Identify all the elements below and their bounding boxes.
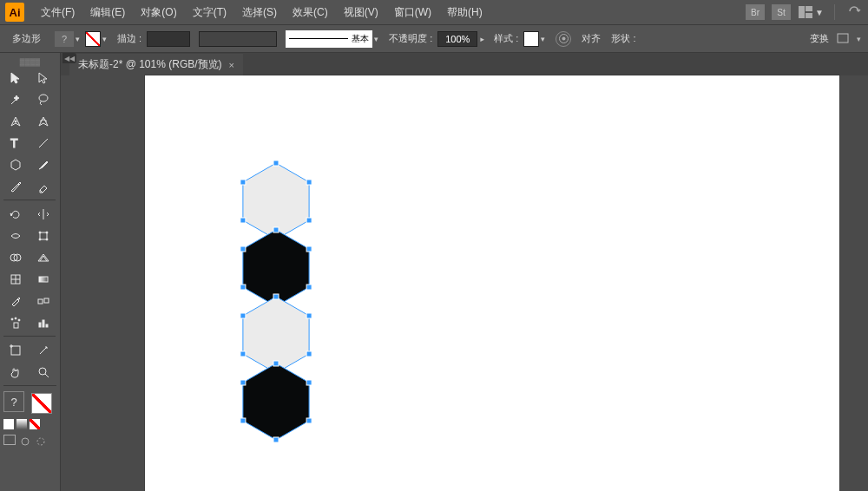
- graphic-style-swatch[interactable]: [523, 31, 539, 47]
- opacity-input[interactable]: 100%: [437, 31, 477, 47]
- selection-handle[interactable]: [306, 180, 312, 185]
- menu-effect[interactable]: 效果(C): [285, 5, 336, 20]
- eyedropper-tool[interactable]: [3, 291, 28, 311]
- bridge-icon[interactable]: Br: [746, 4, 765, 20]
- paintbrush-tool[interactable]: [31, 154, 56, 174]
- chevron-down-icon[interactable]: ▾: [541, 35, 545, 43]
- selection-handle[interactable]: [306, 218, 312, 223]
- selection-handle[interactable]: [273, 227, 279, 232]
- selection-handle[interactable]: [240, 180, 246, 185]
- isolate-icon[interactable]: [836, 32, 850, 46]
- shape-label[interactable]: 形状 :: [611, 32, 635, 45]
- selection-handle[interactable]: [306, 313, 312, 318]
- selection-handle[interactable]: [306, 380, 312, 385]
- menu-edit[interactable]: 编辑(E): [82, 5, 133, 20]
- selection-handle[interactable]: [240, 285, 246, 290]
- menu-help[interactable]: 帮助(H): [439, 5, 490, 20]
- width-tool[interactable]: [3, 226, 28, 245]
- svg-rect-5: [838, 34, 848, 43]
- slice-tool[interactable]: [31, 340, 56, 360]
- reflect-tool[interactable]: [31, 204, 56, 224]
- screen-mode-row: [3, 435, 56, 450]
- chevron-down-icon[interactable]: ▾: [102, 35, 107, 43]
- selection-handle[interactable]: [240, 313, 246, 318]
- selection-handle[interactable]: [240, 418, 246, 423]
- brush-definition-select[interactable]: 基本: [286, 30, 372, 48]
- selection-handle[interactable]: [273, 160, 279, 166]
- control-bar: 多边形 ? ▾ ▾ 描边 : 基本 ▾ 不透明度 : 100% ▾ 样式 : ▾…: [0, 24, 868, 53]
- chevron-right-icon[interactable]: ▾: [477, 36, 486, 41]
- rotate-tool[interactable]: [3, 204, 28, 224]
- column-graph-tool[interactable]: [31, 312, 56, 332]
- chevron-down-icon[interactable]: ▾: [857, 35, 861, 43]
- menu-object[interactable]: 对象(O): [133, 5, 184, 20]
- menu-type[interactable]: 文字(T): [185, 5, 234, 20]
- arrange-docs-icon[interactable]: ▼: [798, 5, 824, 19]
- shape-builder-tool[interactable]: [3, 247, 28, 267]
- transform-label[interactable]: 变换: [810, 32, 829, 45]
- fill-swatch[interactable]: ?: [55, 31, 74, 47]
- mesh-tool[interactable]: [3, 269, 28, 289]
- color-mode-gradient[interactable]: [16, 419, 27, 429]
- line-tool[interactable]: [31, 133, 56, 153]
- selection-handle[interactable]: [240, 351, 246, 357]
- chevron-down-icon[interactable]: ▾: [374, 35, 378, 43]
- stock-icon[interactable]: St: [772, 4, 791, 20]
- lasso-tool[interactable]: [31, 89, 56, 109]
- selection-handle[interactable]: [306, 246, 312, 252]
- direct-selection-tool[interactable]: [31, 68, 56, 88]
- magic-wand-tool[interactable]: [3, 89, 28, 109]
- color-mode-fill[interactable]: [3, 419, 14, 429]
- selection-handle[interactable]: [306, 418, 312, 423]
- shape-tool[interactable]: [3, 154, 28, 174]
- stroke-swatch[interactable]: [85, 31, 101, 47]
- gradient-tool[interactable]: [31, 269, 56, 289]
- stroke-none-swatch[interactable]: [31, 393, 52, 414]
- toolbar-grip[interactable]: ▓▓▓▓: [3, 58, 56, 66]
- recolor-artwork-icon[interactable]: [556, 31, 571, 47]
- blend-tool[interactable]: [31, 291, 56, 311]
- perspective-grid-tool[interactable]: [31, 247, 56, 267]
- fill-unknown-swatch[interactable]: ?: [3, 391, 24, 412]
- screen-mode-normal[interactable]: [3, 435, 16, 445]
- selection-handle[interactable]: [240, 380, 246, 385]
- svg-point-7: [15, 121, 16, 122]
- eraser-tool[interactable]: [31, 176, 56, 196]
- pencil-tool[interactable]: [3, 176, 28, 196]
- menu-window[interactable]: 窗口(W): [386, 5, 439, 20]
- chevron-down-icon[interactable]: ▾: [76, 35, 80, 43]
- selection-handle[interactable]: [306, 285, 312, 290]
- selection-handle[interactable]: [240, 218, 246, 223]
- free-transform-tool[interactable]: [31, 226, 56, 245]
- sync-icon[interactable]: [845, 4, 863, 21]
- selection-handle[interactable]: [306, 351, 312, 357]
- symbol-sprayer-tool[interactable]: [3, 312, 28, 332]
- curvature-tool[interactable]: [31, 111, 56, 131]
- svg-point-14: [39, 239, 41, 240]
- type-tool[interactable]: T: [3, 133, 28, 153]
- zoom-tool[interactable]: [31, 362, 56, 382]
- menu-file[interactable]: 文件(F): [33, 5, 82, 20]
- close-icon[interactable]: ×: [229, 60, 234, 70]
- pen-tool[interactable]: [3, 111, 28, 131]
- draw-behind-icon[interactable]: [35, 435, 47, 450]
- panel-collapse-handle[interactable]: ◀◀: [62, 53, 76, 63]
- draw-mode-icon[interactable]: [19, 435, 31, 450]
- menu-view[interactable]: 视图(V): [336, 5, 386, 20]
- align-label[interactable]: 对齐: [582, 32, 601, 45]
- selection-handle[interactable]: [273, 294, 279, 299]
- color-mode-none[interactable]: [30, 419, 40, 429]
- hexagon-shape[interactable]: [243, 363, 309, 440]
- selection-handle[interactable]: [273, 437, 279, 442]
- variable-width-select[interactable]: [199, 31, 277, 47]
- selection-handle[interactable]: [240, 246, 246, 252]
- artboard[interactable]: [145, 75, 839, 491]
- selection-tool[interactable]: [3, 68, 28, 88]
- menu-select[interactable]: 选择(S): [234, 5, 285, 20]
- selection-handle[interactable]: [273, 361, 279, 366]
- artboard-tool[interactable]: [3, 340, 28, 360]
- svg-rect-29: [43, 320, 44, 327]
- hand-tool[interactable]: [3, 362, 28, 382]
- document-tab[interactable]: 未标题-2* @ 101% (RGB/预览) ×: [69, 54, 243, 75]
- stroke-weight-select[interactable]: [147, 31, 190, 47]
